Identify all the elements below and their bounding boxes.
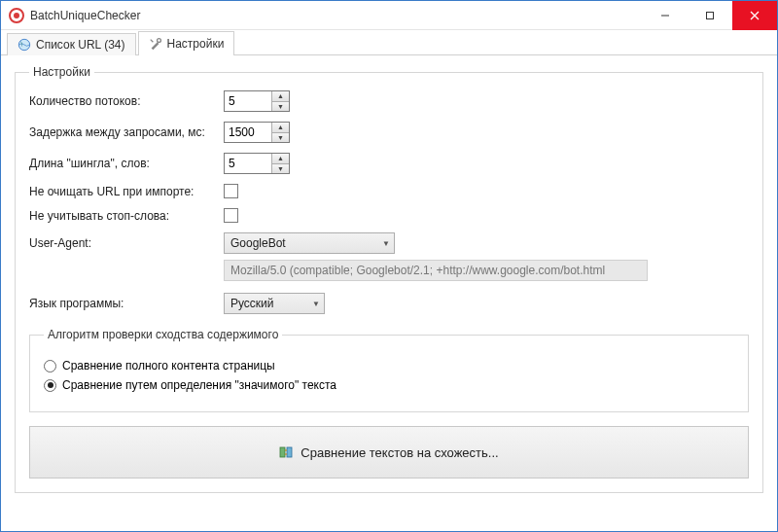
nostop-checkbox[interactable] <box>224 208 238 223</box>
ua-combo-value: GoogleBot <box>230 236 286 250</box>
lang-combo-value: Русский <box>230 297 274 310</box>
threads-label: Количество потоков: <box>29 94 224 108</box>
svg-rect-6 <box>280 447 285 457</box>
nostop-label: Не учитывать стоп-слова: <box>29 209 224 223</box>
noclear-checkbox[interactable] <box>224 184 238 198</box>
maximize-button[interactable] <box>688 1 732 30</box>
ua-combo[interactable]: GoogleBot ▼ <box>224 232 395 254</box>
lang-combo[interactable]: Русский ▼ <box>224 293 325 314</box>
chevron-down-icon: ▼ <box>312 300 320 308</box>
tab-settings[interactable]: Настройки <box>138 31 235 55</box>
threads-up[interactable]: ▲ <box>272 91 289 102</box>
tools-icon <box>149 37 162 51</box>
delay-label: Задержка между запросами, мс: <box>29 125 224 139</box>
compare-button[interactable]: Сравнение текстов на схожесть... <box>29 426 749 479</box>
tab-settings-label: Настройки <box>167 37 225 51</box>
delay-up[interactable]: ▲ <box>272 123 289 133</box>
window-title: BatchUniqueChecker <box>30 9 140 22</box>
shingle-spinner[interactable]: ▲ ▼ <box>224 153 290 174</box>
noclear-label: Не очищать URL при импорте: <box>29 185 224 198</box>
ua-label: User-Agent: <box>29 236 224 250</box>
settings-legend: Настройки <box>29 65 94 79</box>
close-icon <box>750 11 760 20</box>
svg-point-5 <box>157 39 160 43</box>
svg-rect-1 <box>707 12 714 18</box>
maximize-icon <box>705 11 715 20</box>
shingle-up[interactable]: ▲ <box>272 154 289 164</box>
radio-full-content[interactable]: Сравнение полного контента страницы <box>44 359 734 372</box>
tab-bar: Список URL (34) Настройки <box>1 30 777 55</box>
algorithm-group: Алгоритм проверки сходства содержимого С… <box>29 328 749 412</box>
shingle-input[interactable] <box>225 154 271 173</box>
window-controls <box>643 1 777 30</box>
delay-input[interactable] <box>225 123 271 142</box>
minimize-icon <box>660 11 670 20</box>
tab-url-list[interactable]: Список URL (34) <box>7 33 136 55</box>
threads-input[interactable] <box>225 91 271 111</box>
globe-icon <box>18 38 31 52</box>
tab-url-list-label: Список URL (34) <box>36 38 125 52</box>
lang-label: Язык программы: <box>29 297 224 310</box>
compare-icon <box>279 445 293 459</box>
chevron-down-icon: ▼ <box>382 239 390 248</box>
threads-down[interactable]: ▼ <box>272 102 289 112</box>
app-window: BatchUniqueChecker Список URL (34) <box>0 0 778 532</box>
threads-spinner[interactable]: ▲ ▼ <box>224 90 290 112</box>
delay-down[interactable]: ▼ <box>272 133 289 143</box>
ua-string-field: Mozilla/5.0 (compatible; Googlebot/2.1; … <box>224 260 648 281</box>
compare-button-label: Сравнение текстов на схожесть... <box>301 445 498 460</box>
content-area: Настройки Количество потоков: ▲ ▼ Задерж… <box>1 55 777 531</box>
settings-group: Настройки Количество потоков: ▲ ▼ Задерж… <box>15 65 763 493</box>
radio-meaningful-text[interactable]: Сравнение путем определения "значимого" … <box>44 378 734 392</box>
minimize-button[interactable] <box>643 1 688 30</box>
titlebar: BatchUniqueChecker <box>1 1 777 30</box>
app-icon <box>9 8 24 23</box>
radio-icon <box>44 379 56 392</box>
shingle-down[interactable]: ▼ <box>272 164 289 174</box>
svg-rect-7 <box>287 447 292 457</box>
algorithm-legend: Алгоритм проверки сходства содержимого <box>44 328 282 341</box>
radio-meaning-label: Сравнение путем определения "значимого" … <box>62 378 336 392</box>
radio-full-label: Сравнение полного контента страницы <box>62 359 275 372</box>
radio-icon <box>44 360 56 372</box>
delay-spinner[interactable]: ▲ ▼ <box>224 122 290 143</box>
close-button[interactable] <box>732 1 777 30</box>
shingle-label: Длина "шингла", слов: <box>29 157 224 170</box>
